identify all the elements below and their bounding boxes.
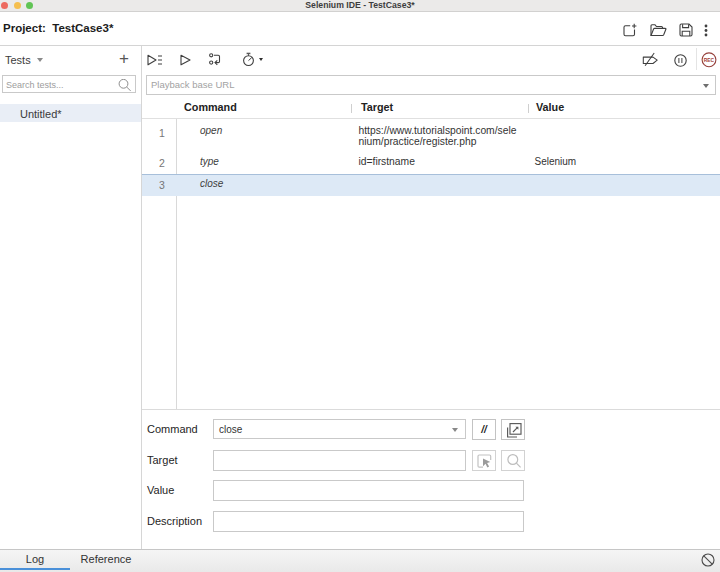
svg-text:REC: REC xyxy=(704,58,715,63)
